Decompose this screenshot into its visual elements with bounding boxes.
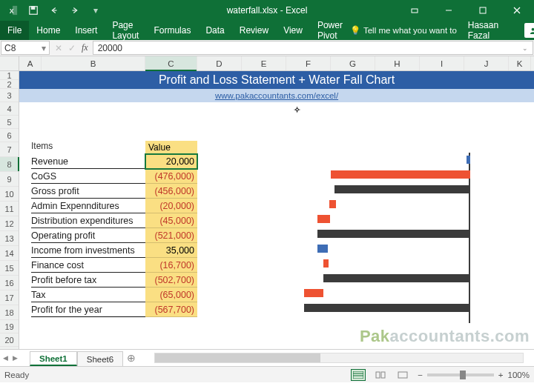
col-K[interactable]: K [509,56,531,70]
row-18[interactable]: 18 [0,305,19,320]
row-label[interactable]: Finance cost [31,258,151,273]
ribbon-options-icon[interactable] [398,0,432,21]
zoom-out-button[interactable]: − [418,371,423,379]
qat-customize-icon[interactable]: ▾ [88,2,104,19]
value-cell[interactable]: (65,000) [145,288,197,302]
row-6[interactable]: 6 [0,129,19,142]
row-7[interactable]: 7 [0,142,19,157]
value-cell[interactable]: (16,700) [145,258,197,273]
enter-formula-icon[interactable]: ✓ [68,43,76,53]
row-9[interactable]: 9 [0,172,19,187]
zoom-level[interactable]: 100% [508,371,530,379]
row-label[interactable]: Income from investments [31,243,151,258]
fx-icon[interactable]: fx [82,42,88,53]
row-label[interactable]: Profit before tax [31,273,151,288]
minimize-button[interactable] [432,0,466,21]
col-F[interactable]: F [286,56,331,70]
col-G[interactable]: G [331,56,375,70]
row-label[interactable]: Operating profit [31,228,151,243]
account-name[interactable]: Hasaan Fazal [462,21,521,40]
col-D[interactable]: D [197,56,242,70]
subtitle-link[interactable]: www.pakaccountants.com/excel/ [19,89,534,102]
tab-view[interactable]: View [276,21,310,40]
row-13[interactable]: 13 [0,231,19,246]
row-3[interactable]: 3 [0,89,19,102]
sheet-tab[interactable]: Sheet6 [77,351,123,366]
save-icon[interactable] [25,2,42,19]
tab-power-pivot[interactable]: Power Pivot [310,21,350,40]
col-H[interactable]: H [375,56,420,70]
value-cell[interactable]: (456,000) [145,184,197,199]
tab-home[interactable]: Home [29,21,67,40]
cancel-formula-icon[interactable]: ✕ [55,43,62,53]
row-14[interactable]: 14 [0,246,19,261]
row-10[interactable]: 10 [0,187,19,202]
maximize-button[interactable] [466,0,500,21]
value-cell[interactable]: 20,000 [145,154,197,169]
row-11[interactable]: 11 [0,202,19,216]
zoom-slider[interactable] [427,373,494,376]
redo-icon[interactable] [67,2,83,19]
row-4[interactable]: 4 [0,102,19,116]
row-17[interactable]: 17 [0,290,19,305]
horizontal-scrollbar[interactable] [154,353,524,363]
col-J[interactable]: J [464,56,509,70]
row-15[interactable]: 15 [0,261,19,276]
row-label[interactable]: Admin Expennditures [31,199,151,213]
formula-input[interactable]: 20000 ⌄ [93,41,533,55]
row-2[interactable]: 2 [0,80,19,89]
sheet-nav-prev-icon[interactable]: ◀ [3,354,8,362]
sheet-canvas[interactable]: Profit and Loss Statement + Water Fall C… [19,71,534,349]
add-sheet-button[interactable]: ⊕ [123,352,139,364]
expand-formula-bar-icon[interactable]: ⌄ [522,44,528,52]
value-cell[interactable]: 35,000 [145,243,197,258]
row-label[interactable]: Profit for the year [31,302,151,317]
row-1[interactable]: 1 [0,71,19,80]
value-cell[interactable]: (20,000) [145,199,197,213]
page-break-view-icon[interactable] [395,369,410,381]
normal-view-icon[interactable] [351,369,366,381]
row-5[interactable]: 5 [0,116,19,129]
value-cell[interactable]: (476,000) [145,169,197,184]
row-label[interactable]: Distribution expenditures [31,213,151,228]
name-box[interactable]: C8 ▾ [1,41,50,55]
tell-me[interactable]: 💡 Tell me what you want to do... [350,25,459,36]
row-label[interactable]: Gross profit [31,184,151,199]
chevron-down-icon[interactable]: ▾ [42,43,46,53]
row-label[interactable]: Tax [31,288,151,302]
watermark: Pakaccountants.com [360,327,530,346]
sheet-tab[interactable]: Sheet1 [30,351,77,366]
svg-rect-14 [376,372,380,378]
col-B[interactable]: B [42,56,145,70]
tab-formulas[interactable]: Formulas [146,21,198,40]
tab-file[interactable]: File [0,21,29,40]
row-8[interactable]: 8 [0,157,19,172]
value-cell[interactable]: (502,700) [145,273,197,288]
col-I[interactable]: I [420,56,464,70]
row-20[interactable]: 20 [0,333,19,347]
svg-rect-4 [31,7,34,10]
value-cell[interactable]: (567,700) [145,302,197,317]
row-label[interactable]: Revenue [31,154,151,169]
close-button[interactable] [500,0,534,21]
row-19[interactable]: 19 [0,320,19,333]
row-12[interactable]: 12 [0,216,19,231]
zoom-in-button[interactable]: + [498,371,504,379]
share-button[interactable]: Share [524,23,534,38]
sheet-nav-next-icon[interactable]: ▶ [13,354,18,362]
row-label[interactable]: CoGS [31,169,151,184]
tab-insert[interactable]: Insert [67,21,105,40]
col-E[interactable]: E [242,56,286,70]
cell-cursor-icon: ✧ [294,105,300,115]
select-all-corner[interactable] [0,56,19,70]
value-cell[interactable]: (45,000) [145,213,197,228]
undo-icon[interactable] [46,2,62,19]
page-layout-view-icon[interactable] [373,369,388,381]
col-A[interactable]: A [19,56,42,70]
value-cell[interactable]: (521,000) [145,228,197,243]
tab-page-layout[interactable]: Page Layout [105,21,146,40]
tab-review[interactable]: Review [232,21,276,40]
tab-data[interactable]: Data [198,21,231,40]
row-16[interactable]: 16 [0,276,19,290]
col-C[interactable]: C [145,56,197,70]
